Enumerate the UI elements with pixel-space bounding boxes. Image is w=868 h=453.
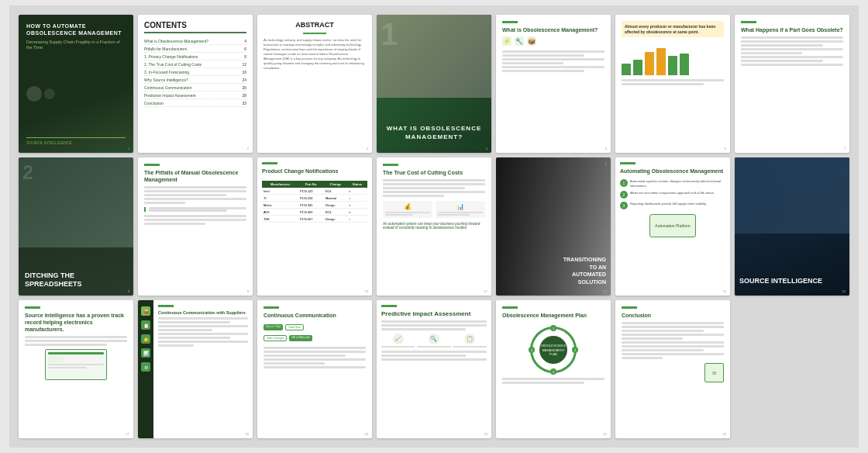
contents-item-5: 3. In-Focused Forecasting — [144, 70, 189, 74]
si-screenshot — [25, 349, 127, 380]
source-intel-title: Source Intelligence has a proven track r… — [25, 312, 127, 333]
contents-item-8: Predictive Impact Assessment — [144, 93, 196, 98]
sidebar-content-body — [158, 317, 248, 347]
pitfalls-quote — [144, 207, 246, 212]
green-accent-3 — [144, 164, 160, 166]
page-circle-diag[interactable]: Obsolescence Management Plan OBSOLESCENC… — [496, 300, 611, 438]
om-def-body: ⚡ 🔧 📦 — [502, 36, 604, 72]
why-source-img — [735, 157, 849, 233]
page-num-affected: 6 — [725, 147, 726, 150]
conclusion-title: Conclusion — [622, 312, 724, 319]
sidebar-content-title: Continuous Communication with Suppliers — [158, 310, 248, 315]
page-abstract[interactable]: ABSTRACT As technology, industry, and su… — [257, 15, 372, 153]
circle-node-right: 2 — [572, 347, 578, 353]
page-source-intel[interactable]: Source Intelligence has a proven track r… — [19, 300, 133, 438]
page-pitfalls[interactable]: The Pitfalls of Manual Obsolescence Mana… — [138, 157, 253, 296]
what-happens-title: What Happens if a Part Goes Obsolete? — [741, 26, 843, 33]
tag-4: Bill of Materials — [289, 335, 312, 341]
true-cost-body — [383, 179, 485, 197]
ditching-img — [19, 157, 133, 247]
green-accent-9 — [264, 306, 279, 309]
page-what-happens[interactable]: What Happens if a Part Goes Obsolete? 7 — [735, 15, 849, 153]
sidebar-icon-5[interactable]: ⚙ — [141, 362, 150, 372]
trans-section-num: 3 — [604, 161, 607, 166]
source-intel-body — [25, 336, 127, 346]
pcn-col2: Part No. — [298, 181, 324, 188]
contents-item-9: Conclusion — [144, 101, 164, 105]
page-num-pitfalls: 9 — [247, 289, 249, 293]
sidebar-icon-4[interactable]: 📊 — [141, 348, 150, 358]
page-tags[interactable]: Continuous Communication Source Take Dat… — [257, 300, 372, 438]
cover-subtitle: Decreasing Supply Chain Fragility in a F… — [26, 40, 126, 50]
page-cover[interactable]: HOW TO AUTOMATE OBSOLESCENCE MANAGEMENT … — [19, 15, 133, 153]
page-num-whatis: 4 — [486, 147, 487, 150]
table-row: TI PCN-234 Material ● — [262, 195, 367, 202]
affected-body — [622, 79, 724, 85]
predictive-text-title: Predictive Impact Assessment — [381, 310, 487, 317]
sidebar-icon-2[interactable]: 📋 — [141, 320, 150, 330]
predictive-text-body — [381, 320, 487, 330]
page-true-cost[interactable]: The True Cost of Cutting Costs 💰 📊 An au… — [377, 157, 491, 296]
page-grid: HOW TO AUTOMATE OBSOLESCENCE MANAGEMENT … — [9, 5, 859, 448]
page-num-abstract: 3 — [367, 147, 368, 150]
pcn-title: Product Change Notifications — [262, 168, 367, 175]
table-row: Molex PCN-345 Design ● — [262, 202, 367, 209]
bar4 — [656, 48, 666, 75]
page-ditching[interactable]: 2 DITCHING THESPREADSHEETS 8 — [19, 157, 133, 296]
contents-item-4: 2. The True Cost of Cutting Costs — [144, 62, 202, 67]
true-cost-footer: An automated system can keep your busine… — [383, 222, 485, 230]
circle-diagram: OBSOLESCENCEMANAGEMENTPLAN 1 2 3 4 — [502, 327, 604, 373]
contents-item-2: Pitfalls for Manufacturers — [144, 47, 187, 51]
page-num-ditching: 8 — [128, 289, 129, 293]
auto-img: Automation Platform — [620, 214, 725, 237]
cover-deco2 — [44, 88, 55, 99]
pitfalls-title: The Pitfalls of Manual Obsolescence Mana… — [144, 169, 246, 183]
page-num-truecost: 11 — [484, 289, 487, 293]
page-automating[interactable]: Automating Obsolescence Management 1 Aut… — [615, 157, 730, 296]
circle-node-bottom: 3 — [550, 368, 556, 375]
affected-banner: Almost every producer or manufacturer ha… — [622, 21, 724, 37]
page-num-whysource: 16 — [842, 289, 846, 293]
cover-deco1 — [26, 86, 42, 102]
page-continuous-comm[interactable]: 📦 📋 🔔 📊 ⚙ Continuous Communication with … — [138, 300, 253, 438]
why-source-title: Source Intelligence — [739, 277, 845, 286]
page-predictive-text[interactable]: Predictive Impact Assessment 📈 🔍 📋 — [377, 300, 491, 438]
page-om-def[interactable]: What is Obsolescence Management? ⚡ 🔧 📦 5 — [496, 15, 611, 153]
contents-header: CONTENTS — [144, 21, 246, 33]
page-num-tags: 19 — [365, 432, 368, 436]
circle-outer: OBSOLESCENCEMANAGEMENTPLAN 1 2 3 4 — [530, 327, 577, 373]
conclusion-logo: SI — [622, 363, 724, 382]
pitfalls-body — [144, 186, 246, 204]
green-accent-7 — [25, 306, 40, 309]
page-num-cc: 18 — [246, 432, 249, 436]
page-transitioning[interactable]: 3 TRANSITIONINGTO ANAUTOMATEDSOLUTION 12 — [496, 157, 611, 296]
sidebar-icon-3[interactable]: 🔔 — [141, 334, 150, 344]
page-what-is[interactable]: 1 WHAT IS OBSOLESCENCE MANAGEMENT? 4 — [377, 15, 491, 153]
green-accent-12 — [622, 306, 637, 309]
page-affected[interactable]: Almost every producer or manufacturer ha… — [615, 15, 730, 153]
bar6 — [680, 54, 689, 75]
contents-item-7: Continuous Communication — [144, 85, 191, 90]
page-num-contents: 2 — [247, 147, 249, 150]
circle-inner: OBSOLESCENCEMANAGEMENTPLAN — [539, 336, 567, 364]
true-cost-title: The True Cost of Cutting Costs — [383, 169, 485, 176]
auto-title: Automating Obsolescence Management — [620, 168, 725, 175]
circle-node-left: 4 — [529, 347, 535, 353]
page-pcn[interactable]: Product Change Notifications Manufacture… — [257, 157, 372, 296]
page-contents[interactable]: CONTENTS What is Obsolescence Management… — [138, 15, 253, 153]
page-conclusion[interactable]: Conclusion SI 22 — [615, 300, 730, 438]
contents-item-6: Why Source Intelligence? — [144, 78, 188, 82]
page-num-conclusion: 22 — [723, 432, 726, 436]
page-why-source[interactable]: Source Intelligence 16 — [735, 157, 849, 296]
contents-list: What is Obsolescence Management?4 Pitfal… — [144, 37, 246, 107]
page-num-pcn: 10 — [365, 289, 368, 293]
page-num-whathappens: 7 — [844, 147, 846, 150]
table-row: TDK PCN-567 Design ● — [262, 216, 367, 223]
om-icon2: 🔧 — [515, 36, 524, 46]
sidebar-main-content: Continuous Communication with Suppliers — [153, 300, 253, 438]
predict-footer — [381, 351, 487, 361]
sidebar-icon-1[interactable]: 📦 — [141, 306, 150, 316]
green-accent-2 — [741, 21, 756, 23]
pcn-table: Manufacturer Part No. Change Status Inte… — [262, 181, 367, 223]
page-num-circle: 21 — [604, 432, 607, 436]
